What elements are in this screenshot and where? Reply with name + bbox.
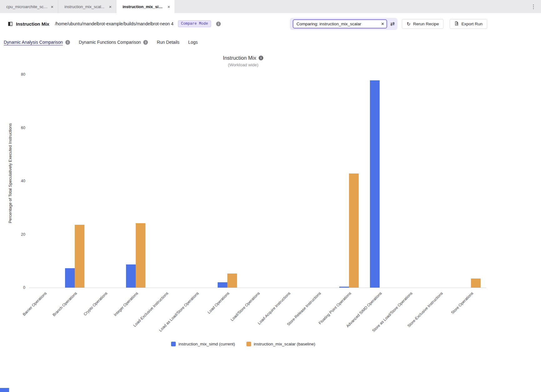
export-icon xyxy=(454,21,459,26)
y-tick-label: 40 xyxy=(15,178,25,183)
bar-group xyxy=(395,75,425,288)
bar[interactable] xyxy=(339,287,349,288)
tab-bar: cpu_microarchite_sca... × instruction_mi… xyxy=(0,0,541,13)
book-icon xyxy=(8,21,13,27)
chart-section: Instruction Mix i (Workload wide) Percen… xyxy=(0,55,541,346)
bar-group xyxy=(456,75,486,288)
export-run-button[interactable]: Export Run xyxy=(450,19,487,29)
bar-group xyxy=(151,75,181,288)
y-tick-label: 0 xyxy=(15,285,25,290)
tab-dynamic-functions-comparison[interactable]: Dynamic Functions Comparison i xyxy=(79,40,148,45)
legend-item[interactable]: instruction_mix_simd (current) xyxy=(171,342,235,346)
compare-mode-badge: Compare Mode xyxy=(178,20,211,27)
bar-group xyxy=(29,75,59,288)
info-icon[interactable]: i xyxy=(259,56,263,60)
bar-group xyxy=(425,75,456,288)
bar-group xyxy=(364,75,395,288)
x-label-cell: Store Operations xyxy=(456,288,486,337)
page-title: Instruction Mix xyxy=(16,21,49,27)
x-label-cell: Load as Load/Store Operations xyxy=(181,288,212,337)
chart-legend: instruction_mix_simd (current)instructio… xyxy=(0,342,486,346)
x-axis-labels: Barrier OperationsBranch OperationsCrypt… xyxy=(29,288,486,337)
info-icon[interactable]: i xyxy=(143,40,148,45)
bar-group xyxy=(181,75,212,288)
overflow-menu-icon[interactable]: ⋮ xyxy=(529,0,538,13)
tab-run-details[interactable]: Run Details xyxy=(157,40,179,45)
legend-item[interactable]: instruction_mix_scalar (baseline) xyxy=(246,342,316,346)
nav-label: Logs xyxy=(188,40,198,45)
bar[interactable] xyxy=(227,274,237,288)
bar-group xyxy=(334,75,364,288)
tab-instruction-mix-scalar[interactable]: instruction_mix_scal... × xyxy=(58,0,116,13)
rerun-icon: ↻ xyxy=(407,22,411,26)
clear-comparison-icon[interactable]: ✕ xyxy=(381,22,384,26)
run-path: /home/ubuntu/mandelbrot-example/builds/m… xyxy=(55,21,174,26)
x-axis-label: Barrier Operations xyxy=(22,291,48,317)
legend-swatch xyxy=(246,342,251,346)
bar-group xyxy=(212,75,242,288)
bar-group xyxy=(90,75,120,288)
bar-group xyxy=(120,75,151,288)
bar[interactable] xyxy=(471,279,481,288)
bar-group xyxy=(273,75,303,288)
bottom-left-accent xyxy=(0,388,9,392)
bar-groups xyxy=(29,75,486,288)
tab-logs[interactable]: Logs xyxy=(188,40,198,45)
tab-instruction-mix-simd[interactable]: instruction_mix_simd × xyxy=(116,0,174,13)
y-tick-label: 60 xyxy=(15,125,25,130)
header-actions: ✕ ⇄ ↻ Rerun Recipe Export Run xyxy=(290,18,487,30)
bar[interactable] xyxy=(75,225,84,288)
rerun-recipe-button[interactable]: ↻ Rerun Recipe xyxy=(402,19,443,29)
legend-label: instruction_mix_scalar (baseline) xyxy=(254,342,316,346)
bar[interactable] xyxy=(218,282,227,288)
bar[interactable] xyxy=(370,80,380,288)
tab-label: instruction_mix_scal... xyxy=(64,4,104,9)
close-icon[interactable]: × xyxy=(167,4,170,9)
info-icon[interactable]: i xyxy=(65,40,70,45)
close-icon[interactable]: × xyxy=(109,4,112,9)
chart-title: Instruction Mix xyxy=(223,55,256,61)
export-label: Export Run xyxy=(461,22,483,26)
tab-label: instruction_mix_simd xyxy=(123,4,164,9)
chart-subtitle: (Workload wide) xyxy=(0,63,486,67)
bar-group xyxy=(303,75,334,288)
bar-group xyxy=(59,75,90,288)
nav-label: Dynamic Analysis Comparison xyxy=(4,40,63,45)
view-tabs: Dynamic Analysis Comparison i Dynamic Fu… xyxy=(0,34,541,50)
swap-comparison-icon[interactable]: ⇄ xyxy=(390,21,395,27)
y-tick-label: 20 xyxy=(15,232,25,237)
legend-swatch xyxy=(171,342,176,346)
nav-label: Dynamic Functions Comparison xyxy=(79,40,141,45)
bar[interactable] xyxy=(65,268,75,288)
y-axis-title: Percentage of Total Speculatively Execut… xyxy=(7,120,13,226)
chart-title-row: Instruction Mix i xyxy=(223,55,263,61)
compare-selector: ✕ ⇄ xyxy=(290,18,397,30)
bar[interactable] xyxy=(349,173,359,288)
comparing-input[interactable] xyxy=(293,19,387,28)
info-icon[interactable]: i xyxy=(216,22,221,26)
tab-label: cpu_microarchite_sca... xyxy=(6,4,48,9)
tab-cpu-microarchite-scalar[interactable]: cpu_microarchite_sca... × xyxy=(0,0,58,13)
bar[interactable] xyxy=(126,264,136,288)
rerun-label: Rerun Recipe xyxy=(413,22,439,26)
bar[interactable] xyxy=(136,223,145,288)
nav-label: Run Details xyxy=(157,40,179,45)
tab-dynamic-analysis-comparison[interactable]: Dynamic Analysis Comparison i xyxy=(4,40,70,45)
legend-label: instruction_mix_simd (current) xyxy=(179,342,235,346)
plot-area: Percentage of Total Speculatively Execut… xyxy=(29,75,486,288)
y-tick-label: 80 xyxy=(15,72,25,77)
bar-group xyxy=(242,75,273,288)
close-icon[interactable]: × xyxy=(51,4,53,9)
header: Instruction Mix /home/ubuntu/mandelbrot-… xyxy=(0,13,541,34)
